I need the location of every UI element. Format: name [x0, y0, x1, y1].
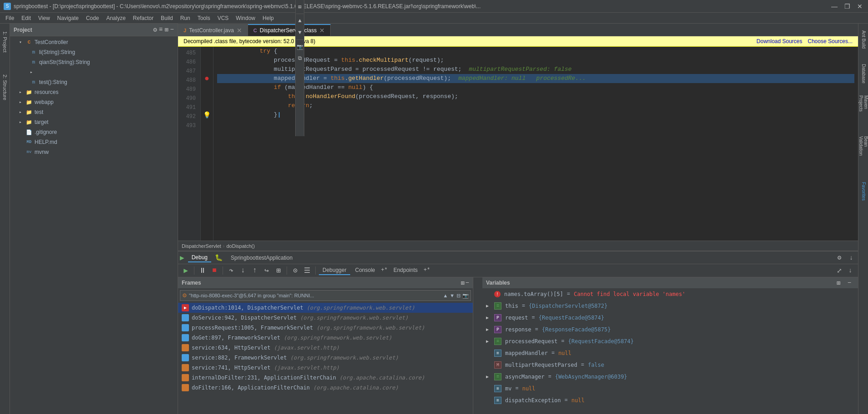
resume-button[interactable]: ▶: [181, 266, 191, 276]
hide-icon[interactable]: ↓: [845, 266, 855, 276]
menu-item-analyze[interactable]: Analyze: [103, 14, 129, 22]
close-button[interactable]: ✕: [855, 2, 864, 11]
step-into-button[interactable]: ↓: [238, 266, 248, 276]
frames-nav-icon[interactable]: ⊞: [461, 279, 464, 287]
frame-item-4[interactable]: doGet:897, FrameworkServlet (org.springf…: [178, 333, 473, 343]
var-expand-arrow[interactable]: ▶: [486, 315, 492, 320]
frame-item-3[interactable]: processRequest:1005, FrameworkServlet (o…: [178, 323, 473, 333]
tree-item-arrow[interactable]: ▸: [10, 67, 178, 77]
menu-item-build[interactable]: Build: [157, 14, 177, 22]
var-item-multipart[interactable]: M multipartRequestParsed = false: [482, 359, 858, 371]
tree-item-webapp[interactable]: ▸ 📁 webapp: [10, 97, 178, 107]
expand-arrow[interactable]: ▸: [19, 89, 25, 95]
expand-arrow[interactable]: ▾: [19, 39, 25, 45]
down-arrow-icon[interactable]: ▼: [450, 293, 455, 298]
thread-selector[interactable]: ⚙ "http-nio-8080-exec-3"@5,647 in group …: [180, 290, 471, 301]
settings-icon[interactable]: ⚙: [834, 253, 844, 263]
frames-collapse-icon[interactable]: −: [466, 279, 469, 287]
expand-arrow[interactable]: ▸: [19, 119, 25, 125]
minimize-button[interactable]: —: [830, 2, 839, 11]
var-item-dispatchexception[interactable]: ≡ dispatchException = null: [482, 394, 858, 406]
stop-button[interactable]: ■: [209, 266, 219, 276]
tree-item-test[interactable]: m test():String: [10, 77, 178, 87]
mutebreak-button[interactable]: ⊙: [290, 266, 300, 276]
expand-arrow[interactable]: ▸: [19, 99, 25, 105]
camera-icon[interactable]: 📷: [462, 293, 469, 299]
step-out-button[interactable]: ↑: [250, 266, 260, 276]
expand-arrow[interactable]: ▸: [30, 69, 36, 75]
right-tab-ant-build[interactable]: Ant Build: [858, 24, 868, 55]
var-item-mv[interactable]: ≡ mv = null: [482, 383, 858, 394]
filter-icon[interactable]: ⊟: [456, 293, 461, 299]
restore-icon[interactable]: ⤢: [834, 266, 844, 276]
step-over-button[interactable]: ↷: [226, 266, 236, 276]
tab-dispatcherservlet[interactable]: C DispatcherServlet.class ✕: [248, 24, 331, 36]
var-item-error[interactable]: ! names.toArray()[5] = Cannot find local…: [482, 288, 858, 300]
tree-item-mvnw[interactable]: mv mvnw: [10, 147, 178, 157]
frame-item-2[interactable]: doService:942, DispatcherServlet (org.sp…: [178, 313, 473, 323]
menu-item-edit[interactable]: Edit: [18, 14, 35, 22]
var-item-this[interactable]: ▶ = this = {DispatcherServlet@5872}: [482, 300, 858, 312]
console-pin-icon[interactable]: +*: [380, 266, 388, 275]
menu-item-window[interactable]: Window: [232, 14, 259, 22]
var-expand-arrow[interactable]: ▶: [486, 374, 492, 380]
tree-item-test-folder[interactable]: ▸ 📁 test: [10, 107, 178, 117]
right-tab-favorites[interactable]: Favorites: [858, 178, 868, 205]
tree-item-help[interactable]: MD HELP.md: [10, 137, 178, 147]
menu-item-tools[interactable]: Tools: [194, 14, 214, 22]
debugger-tab[interactable]: Debugger: [319, 266, 350, 275]
pin-icon[interactable]: −: [170, 26, 174, 34]
frame-item-active[interactable]: ▶ doDispatch:1014, DispatcherServlet (or…: [178, 303, 473, 313]
debug-tab[interactable]: Debug: [188, 253, 211, 262]
sync-icon[interactable]: ⚙: [153, 26, 157, 34]
menu-item-code[interactable]: Code: [82, 14, 103, 22]
menu-item-vcs[interactable]: VCS: [214, 14, 233, 22]
expand-arrow[interactable]: ▸: [19, 109, 25, 115]
sidebar-tab-project[interactable]: 1: Project: [0, 24, 10, 60]
settings-icon[interactable]: ⊞: [164, 26, 168, 34]
choose-sources-link[interactable]: Choose Sources...: [808, 38, 853, 44]
right-tab-bean[interactable]: Bean Validation: [858, 133, 868, 169]
window-controls[interactable]: — ❐ ✕: [830, 2, 864, 11]
menu-item-navigate[interactable]: Navigate: [54, 14, 82, 22]
viewbreak-button[interactable]: ☰: [302, 266, 312, 276]
menu-item-file[interactable]: File: [2, 14, 18, 22]
pause-button[interactable]: ⏸: [198, 266, 208, 276]
right-tab-database[interactable]: Database: [858, 60, 868, 87]
menu-item-refactor[interactable]: Refactor: [129, 14, 157, 22]
var-item-request[interactable]: ▶ P request = {RequestFacade@5874}: [482, 312, 858, 324]
menu-item-run[interactable]: Run: [177, 14, 194, 22]
sidebar-tab-structure[interactable]: 2: Structure: [0, 69, 10, 105]
var-item-mappedhandler[interactable]: ≡ mappedHandler = null: [482, 347, 858, 359]
download-sources-link[interactable]: Download Sources: [757, 38, 803, 44]
frame-item-6[interactable]: service:882, FrameworkServlet (org.sprin…: [178, 353, 473, 363]
collapse-icon[interactable]: −: [844, 278, 854, 288]
tree-item-qianstr[interactable]: m qianStr(String):String: [10, 57, 178, 67]
tree-item-resources[interactable]: ▸ 📁 resources: [10, 87, 178, 97]
endpoints-pin-icon[interactable]: +*: [423, 266, 431, 275]
run-cursor-button[interactable]: ↪: [262, 266, 272, 276]
code-content[interactable]: try { processedRequest = this.checkMulti…: [213, 47, 858, 241]
menu-item-view[interactable]: View: [35, 14, 54, 22]
tab-close-icon[interactable]: ✕: [319, 27, 325, 34]
maximize-button[interactable]: ❐: [843, 2, 852, 11]
frame-item-8[interactable]: internalDoFilter:231, ApplicationFilterC…: [178, 373, 473, 383]
collapse-icon[interactable]: ≡: [159, 26, 163, 34]
frame-item-7[interactable]: service:741, HttpServlet (javax.servlet.…: [178, 363, 473, 373]
var-item-response[interactable]: ▶ P response = {ResponseFacade@5875}: [482, 324, 858, 335]
up-arrow-icon[interactable]: ▲: [443, 293, 448, 298]
var-expand-arrow[interactable]: ▶: [486, 339, 492, 344]
frame-item-9[interactable]: doFilter:166, ApplicationFilterChain (or…: [178, 383, 473, 393]
tree-item-target[interactable]: ▸ 📁 target: [10, 117, 178, 127]
right-tab-maven[interactable]: Maven Projects: [858, 92, 868, 128]
var-expand-arrow[interactable]: ▶: [486, 327, 492, 332]
tree-item-gitignore[interactable]: 📄 .gitignore: [10, 127, 178, 137]
expand-icon[interactable]: ⊞: [833, 278, 843, 288]
tab-close-icon[interactable]: ✕: [237, 27, 242, 34]
var-item-asyncmanager[interactable]: ▶ = asyncManager = {WebAsyncManager@6039…: [482, 371, 858, 383]
menu-item-help[interactable]: Help: [259, 14, 278, 22]
pin-icon[interactable]: ↓: [846, 253, 856, 263]
eval-button[interactable]: ⊞: [273, 266, 283, 276]
frame-item-5[interactable]: service:634, HttpServlet (javax.servlet.…: [178, 343, 473, 353]
tab-testcontroller[interactable]: J TestController.java ✕: [178, 24, 248, 36]
